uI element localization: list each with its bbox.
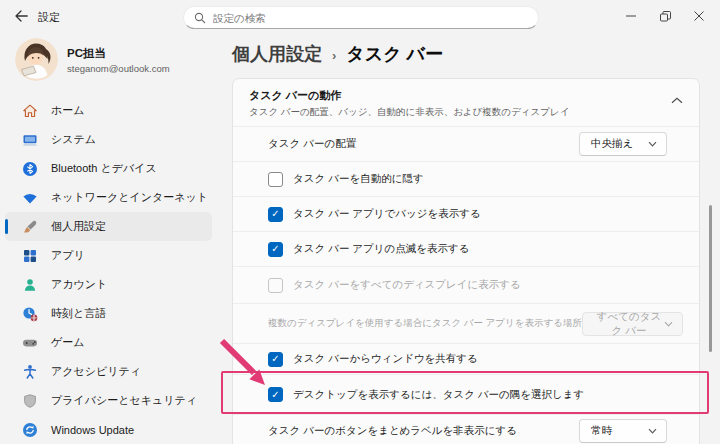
avatar	[15, 38, 58, 81]
back-icon[interactable]	[13, 8, 29, 24]
sidebar-item-bluetooth-devices[interactable]: Bluetooth とデバイス	[5, 154, 212, 183]
apps-icon	[22, 248, 38, 264]
privacy-icon	[22, 393, 38, 409]
row-label: タスク バーの配置	[268, 137, 356, 151]
system-icon	[22, 132, 38, 148]
checkbox[interactable]: ✓	[268, 242, 283, 257]
breadcrumb: 個人用設定 › タスク バー	[232, 42, 443, 66]
checkbox[interactable]: ✓	[268, 352, 283, 367]
row-label: タスク バーのボタンをまとめラベルを非表示にする	[268, 424, 517, 438]
sidebar-item-accounts[interactable]: アカウント	[5, 270, 212, 299]
account-icon	[22, 277, 38, 293]
sidebar-item-label: ネットワークとインターネット	[51, 190, 208, 205]
sidebar-item-label: システム	[51, 132, 96, 147]
row-label: タスク バーからウィンドウを共有する	[293, 352, 478, 366]
taskbar-behaviors-card: タスク バーの動作 タスク バーの配置、バッジ、自動的に非表示、および複数のディ…	[232, 78, 700, 444]
row-label: デスクトップを表示するには、タスク バーの隅を選択します	[293, 388, 584, 402]
minimize-button[interactable]	[614, 0, 648, 32]
personalization-icon	[22, 219, 38, 235]
section-subtitle: タスク バーの配置、バッジ、自動的に非表示、および複数のディスプレイ	[249, 106, 683, 119]
row-label: タスク バー アプリでバッジを表示する	[293, 207, 481, 221]
search-input[interactable]	[213, 12, 528, 24]
sidebar-item-accessibility[interactable]: アクセシビリティ	[5, 357, 212, 386]
row-show-on-all-displays: タスク バーをすべてのディスプレイに表示する	[233, 266, 699, 303]
search-box[interactable]	[183, 6, 539, 29]
dropdown-value: 常時	[591, 424, 612, 438]
sidebar-item-personalization[interactable]: 個人用設定	[5, 212, 212, 241]
checkbox[interactable]	[268, 278, 283, 293]
section-title: タスク バーの動作	[249, 88, 683, 103]
sidebar-item-label: ゲーム	[51, 335, 85, 350]
row-label: タスク バーを自動的に隠す	[293, 172, 424, 186]
row-show-badges: ✓ タスク バー アプリでバッジを表示する	[233, 196, 699, 231]
scrollbar[interactable]	[709, 205, 712, 352]
taskbar-alignment-dropdown[interactable]: 中央揃え	[579, 132, 667, 156]
dropdown-value: 中央揃え	[591, 137, 633, 151]
row-taskbar-alignment: タスク バーの配置 中央揃え	[233, 126, 699, 161]
main-content: 個人用設定 › タスク バー タスク バーの動作 タスク バーの配置、バッジ、自…	[222, 32, 720, 444]
sidebar-item-label: アプリ	[51, 248, 85, 263]
sidebar-nav: ホーム システム Bluetooth とデバイス ネットワークとインターネット …	[5, 96, 212, 444]
row-label: タスク バー アプリの点滅を表示する	[293, 242, 470, 256]
row-label: 複数のディスプレイを使用する場合にタスク バー アプリを表示する場所	[268, 317, 582, 330]
titlebar: 設定	[0, 0, 720, 32]
row-show-desktop-corner: ✓ デスクトップを表示するには、タスク バーの隅を選択します	[233, 374, 699, 414]
user-email: steganom@outlook.com	[67, 63, 170, 74]
sidebar-item-apps[interactable]: アプリ	[5, 241, 212, 270]
sidebar-item-label: Bluetooth とデバイス	[51, 161, 157, 176]
chevron-up-icon[interactable]	[671, 97, 683, 104]
bluetooth-icon	[22, 161, 38, 177]
dropdown-value: すべてのタスク バー	[594, 310, 664, 338]
sidebar-item-label: Windows Update	[51, 424, 134, 436]
row-combine-buttons-hide-labels: タスク バーのボタンをまとめラベルを非表示にする 常時	[233, 414, 699, 444]
multi-display-location-dropdown: すべてのタスク バー	[582, 312, 683, 336]
page-title: タスク バー	[346, 42, 443, 66]
window-controls	[614, 0, 716, 32]
sidebar-item-label: 個人用設定	[51, 219, 106, 234]
chevron-down-icon	[664, 321, 673, 327]
sidebar-item-time-language[interactable]: 時刻と言語	[5, 299, 212, 328]
row-show-flashing: ✓ タスク バー アプリの点滅を表示する	[233, 231, 699, 266]
sidebar-item-label: アカウント	[51, 277, 107, 292]
chevron-down-icon	[648, 428, 657, 434]
sidebar: PC担当 steganom@outlook.com ホーム システム Bluet…	[0, 32, 222, 444]
sidebar-item-label: プライバシーとセキュリティ	[51, 393, 197, 408]
user-name: PC担当	[67, 46, 170, 61]
sidebar-item-label: 時刻と言語	[51, 306, 106, 321]
search-icon	[194, 12, 206, 24]
checkbox[interactable]	[268, 172, 283, 187]
row-auto-hide-taskbar: タスク バーを自動的に隠す	[233, 161, 699, 196]
section-header[interactable]: タスク バーの動作 タスク バーの配置、バッジ、自動的に非表示、および複数のディ…	[233, 79, 699, 126]
breadcrumb-parent[interactable]: 個人用設定	[232, 42, 322, 66]
chevron-down-icon	[648, 141, 657, 147]
sidebar-item-gaming[interactable]: ゲーム	[5, 328, 212, 357]
row-share-window-from-taskbar: ✓ タスク バーからウィンドウを共有する	[233, 343, 699, 374]
sidebar-item-label: アクセシビリティ	[51, 364, 141, 379]
network-icon	[22, 190, 38, 206]
sidebar-item-label: ホーム	[51, 103, 85, 118]
checkbox[interactable]: ✓	[268, 207, 283, 222]
home-icon	[22, 103, 38, 119]
windows-update-icon	[22, 422, 38, 438]
app-title: 設定	[38, 10, 60, 25]
maximize-restore-button[interactable]	[648, 0, 682, 32]
sidebar-item-privacy-security[interactable]: プライバシーとセキュリティ	[5, 386, 212, 415]
row-label: タスク バーをすべてのディスプレイに表示する	[293, 278, 521, 292]
row-multi-display-apps-location: 複数のディスプレイを使用する場合にタスク バー アプリを表示する場所 すべてのタ…	[233, 303, 699, 343]
gaming-icon	[22, 335, 38, 351]
sidebar-item-system[interactable]: システム	[5, 125, 212, 154]
user-profile[interactable]: PC担当 steganom@outlook.com	[15, 38, 170, 81]
checkbox[interactable]: ✓	[268, 387, 283, 402]
accessibility-icon	[22, 364, 38, 380]
combine-buttons-dropdown[interactable]: 常時	[579, 419, 667, 443]
sidebar-item-home[interactable]: ホーム	[5, 96, 212, 125]
sidebar-item-network-internet[interactable]: ネットワークとインターネット	[5, 183, 212, 212]
breadcrumb-separator: ›	[332, 48, 336, 63]
time-language-icon	[22, 306, 38, 322]
close-button[interactable]	[682, 0, 716, 32]
sidebar-item-windows-update[interactable]: Windows Update	[5, 415, 212, 444]
